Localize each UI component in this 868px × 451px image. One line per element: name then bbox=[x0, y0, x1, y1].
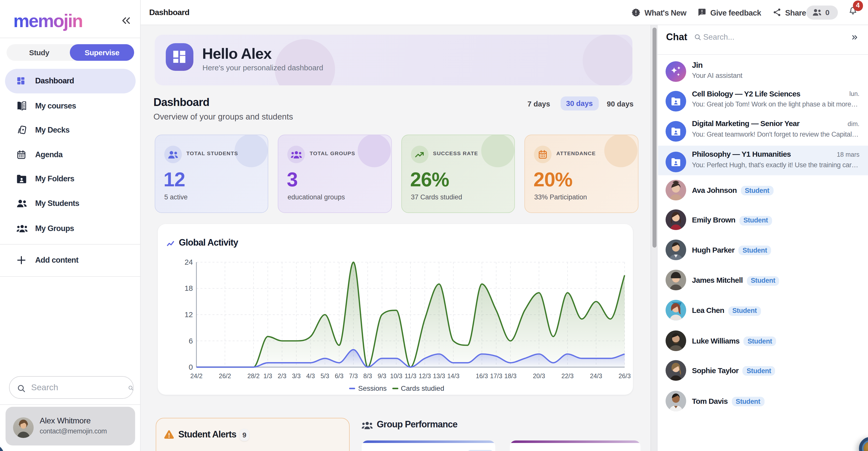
svg-text:17/3: 17/3 bbox=[490, 373, 502, 380]
svg-text:3/3: 3/3 bbox=[292, 373, 301, 380]
svg-text:20/3: 20/3 bbox=[533, 373, 545, 380]
svg-text:11/3: 11/3 bbox=[405, 373, 416, 380]
svg-text:13/3: 13/3 bbox=[433, 373, 445, 380]
svg-text:18: 18 bbox=[185, 284, 193, 292]
svg-text:7/3: 7/3 bbox=[349, 373, 358, 380]
svg-text:6: 6 bbox=[189, 337, 193, 345]
svg-text:24: 24 bbox=[185, 258, 193, 266]
svg-text:28/2: 28/2 bbox=[247, 373, 260, 380]
svg-text:14/3: 14/3 bbox=[447, 373, 460, 380]
svg-text:26/3: 26/3 bbox=[619, 373, 631, 380]
svg-text:10/3: 10/3 bbox=[390, 373, 402, 380]
svg-text:1/3: 1/3 bbox=[264, 373, 272, 380]
svg-text:2/3: 2/3 bbox=[278, 373, 286, 380]
svg-text:16/3: 16/3 bbox=[476, 373, 488, 380]
svg-text:12: 12 bbox=[185, 310, 193, 319]
svg-text:6/3: 6/3 bbox=[335, 373, 344, 380]
svg-text:9/3: 9/3 bbox=[377, 373, 386, 380]
svg-text:24/2: 24/2 bbox=[190, 373, 203, 380]
svg-text:26/2: 26/2 bbox=[219, 373, 231, 380]
svg-text:12/3: 12/3 bbox=[419, 373, 431, 380]
svg-text:18/3: 18/3 bbox=[504, 373, 517, 380]
svg-text:0: 0 bbox=[189, 363, 193, 371]
svg-text:24/3: 24/3 bbox=[590, 373, 602, 380]
svg-text:22/3: 22/3 bbox=[561, 373, 574, 380]
svg-text:8/3: 8/3 bbox=[364, 373, 372, 380]
svg-text:5/3: 5/3 bbox=[320, 373, 329, 380]
svg-text:4/3: 4/3 bbox=[306, 373, 315, 380]
